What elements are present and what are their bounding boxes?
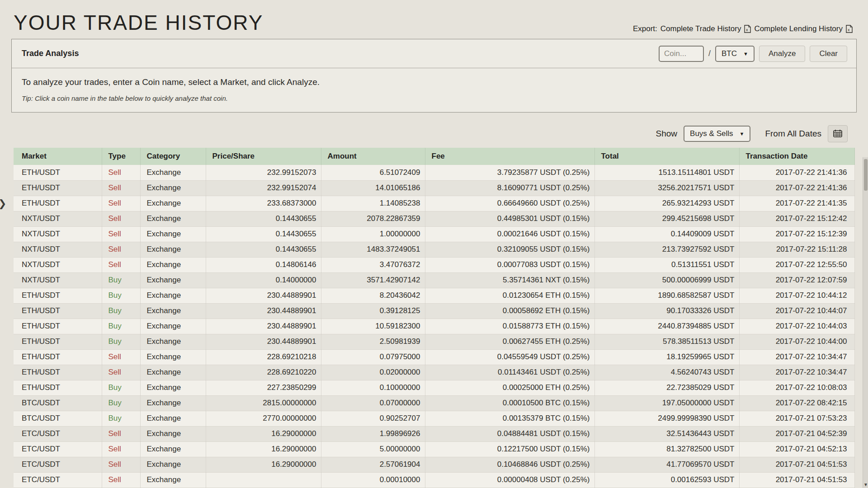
fee-cell: 0.12217500 USDT (0.15%) [425, 441, 594, 457]
category-cell: Exchange [140, 380, 206, 395]
category-cell: Exchange [140, 196, 206, 211]
market-cell[interactable]: NXT/USDT [14, 242, 102, 257]
file-excel-icon[interactable]: x [846, 25, 853, 33]
market-cell[interactable]: ETH/USDT [14, 349, 102, 365]
amount-cell: 14.01065186 [321, 180, 425, 196]
price-cell: 232.99152074 [206, 180, 321, 196]
market-cell[interactable]: NXT/USDT [14, 257, 102, 272]
trade-table: MarketTypeCategoryPrice/ShareAmountFeeTo… [14, 148, 855, 488]
market-cell[interactable]: ETH/USDT [14, 288, 102, 303]
type-cell: Sell [102, 242, 140, 257]
col-header-total: Total [594, 148, 739, 165]
scrollbar[interactable]: ▼ [863, 157, 868, 488]
trade-analysis-body: To analyze your trades, enter a Coin nam… [12, 68, 856, 112]
file-excel-icon[interactable]: x [744, 25, 751, 33]
type-cell: Sell [102, 472, 140, 488]
total-cell: 0.51311551 USDT [594, 257, 739, 272]
market-cell[interactable]: BTC/USDT [14, 395, 102, 411]
fee-cell: 5.35714361 NXT (0.15%) [425, 272, 594, 288]
market-cell[interactable]: ETH/USDT [14, 165, 102, 180]
amount-cell: 8.20436042 [321, 288, 425, 303]
show-select-value: Buys & Sells [690, 129, 733, 138]
market-cell[interactable]: ETH/USDT [14, 180, 102, 196]
market-cell[interactable]: ETH/USDT [14, 380, 102, 395]
table-row: ETH/USDT Sell Exchange 232.99152073 6.51… [14, 165, 854, 180]
trade-analysis-title: Trade Analysis [22, 49, 79, 58]
price-cell: 0.14806146 [206, 257, 321, 272]
market-cell[interactable]: NXT/USDT [14, 211, 102, 226]
type-cell: Buy [102, 288, 140, 303]
total-cell: 18.19259965 USDT [594, 349, 739, 365]
col-header-type: Type [102, 148, 140, 165]
date-cell: 2017-07-21 07:53:23 [739, 411, 854, 426]
market-cell[interactable]: ETC/USDT [14, 457, 102, 472]
calendar-icon [833, 129, 842, 139]
market-cell[interactable]: ETH/USDT [14, 365, 102, 380]
scroll-down-arrow-icon[interactable]: ▼ [863, 482, 868, 487]
category-cell: Exchange [140, 472, 206, 488]
category-cell: Exchange [140, 441, 206, 457]
table-row: ETC/USDT Sell Exchange 16.29000000 5.000… [14, 441, 854, 457]
total-cell: 265.93214293 USDT [594, 196, 739, 211]
category-cell: Exchange [140, 303, 206, 319]
svg-text:x: x [746, 28, 748, 32]
date-cell: 2017-07-22 15:11:28 [739, 242, 854, 257]
type-cell: Sell [102, 441, 140, 457]
export-trade-history-link[interactable]: Complete Trade History [660, 24, 741, 33]
type-cell: Buy [102, 380, 140, 395]
market-cell[interactable]: ETH/USDT [14, 319, 102, 334]
date-cell: 2017-07-22 10:44:03 [739, 319, 854, 334]
type-cell: Sell [102, 349, 140, 365]
market-select[interactable]: BTC ▼ [715, 46, 755, 62]
total-cell: 4.56240743 USDT [594, 365, 739, 380]
fee-cell: 0.44985301 USDT (0.15%) [425, 211, 594, 226]
filter-row: Show Buys & Sells ▼ From All Dates [0, 124, 848, 143]
total-cell: 578.38511513 USDT [594, 334, 739, 349]
category-cell: Exchange [140, 211, 206, 226]
analyze-button[interactable]: Analyze [759, 46, 805, 62]
amount-cell: 1.14085238 [321, 196, 425, 211]
fee-cell: 0.01143461 USDT (0.25%) [425, 365, 594, 380]
market-cell[interactable]: ETH/USDT [14, 334, 102, 349]
market-cell[interactable]: ETC/USDT [14, 441, 102, 457]
market-cell[interactable]: NXT/USDT [14, 272, 102, 288]
amount-cell: 0.90252707 [321, 411, 425, 426]
fee-cell: 0.04559549 USDT (0.25%) [425, 349, 594, 365]
market-cell[interactable]: ETH/USDT [14, 303, 102, 319]
total-cell: 3256.20217571 USDT [594, 180, 739, 196]
table-row: ETH/USDT Sell Exchange 228.69210220 0.02… [14, 365, 854, 380]
amount-cell: 1.00000000 [321, 226, 425, 242]
page-title: YOUR TRADE HISTORY [14, 11, 263, 34]
fee-cell: 0.00000408 USDT (0.25%) [425, 472, 594, 488]
fee-cell: 0.32109055 USDT (0.15%) [425, 242, 594, 257]
amount-cell: 3571.42907142 [321, 272, 425, 288]
scrollbar-thumb[interactable] [864, 159, 868, 191]
edge-chevron-icon: ❯ [0, 198, 6, 210]
type-cell: Sell [102, 226, 140, 242]
date-picker-button[interactable] [828, 125, 848, 142]
price-cell: 0.14430655 [206, 226, 321, 242]
show-select[interactable]: Buys & Sells ▼ [684, 126, 750, 142]
price-cell: 228.69210218 [206, 349, 321, 365]
svg-text:x: x [848, 28, 850, 32]
total-cell: 500.00006999 USDT [594, 272, 739, 288]
market-cell[interactable]: ETC/USDT [14, 426, 102, 441]
total-cell: 81.32782500 USDT [594, 441, 739, 457]
market-cell[interactable]: ETC/USDT [14, 472, 102, 488]
amount-cell: 3.47076372 [321, 257, 425, 272]
coin-input[interactable] [659, 46, 704, 62]
market-cell[interactable]: BTC/USDT [14, 411, 102, 426]
table-header-row: MarketTypeCategoryPrice/ShareAmountFeeTo… [14, 148, 854, 165]
market-cell[interactable]: ETH/USDT [14, 196, 102, 211]
price-cell: 2770.00000000 [206, 411, 321, 426]
amount-cell: 0.00010000 [321, 472, 425, 488]
export-lending-history-link[interactable]: Complete Lending History [754, 24, 843, 33]
date-filter-label: From All Dates [765, 129, 821, 139]
col-header-price-share: Price/Share [206, 148, 321, 165]
tip-text: Tip: Click a coin name in the table belo… [22, 94, 846, 102]
date-cell: 2017-07-21 04:52:13 [739, 441, 854, 457]
date-cell: 2017-07-22 10:44:07 [739, 303, 854, 319]
total-cell: 0.00162593 USDT [594, 472, 739, 488]
market-cell[interactable]: NXT/USDT [14, 226, 102, 242]
clear-button[interactable]: Clear [810, 46, 847, 62]
